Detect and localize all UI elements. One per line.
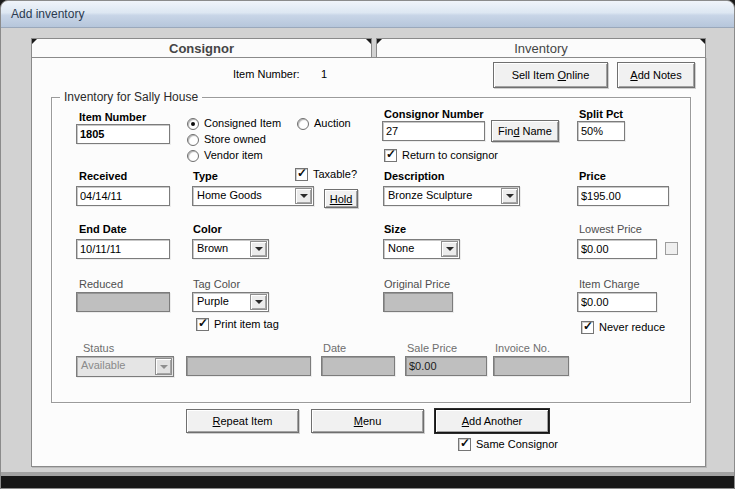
item-number-readout-label: Item Number: xyxy=(233,68,300,80)
description-label: Description xyxy=(384,170,445,182)
group-box-title: Inventory for Sally House xyxy=(60,90,202,104)
type-label: Type xyxy=(193,170,218,182)
item-number-label: Item Number xyxy=(79,111,146,123)
lowest-price-lock-checkbox: ✓ xyxy=(665,242,678,255)
print-item-tag-checkbox[interactable]: ✓ xyxy=(196,318,209,331)
sell-item-online-button[interactable]: Sell Item Online xyxy=(493,62,608,88)
never-reduce-label: Never reduce xyxy=(599,321,665,333)
item-charge-label: Item Charge xyxy=(579,278,640,290)
color-label: Color xyxy=(193,223,222,235)
status-dropdown: Available xyxy=(76,356,174,377)
taxable-checkbox[interactable]: ✓ xyxy=(295,168,308,181)
hold-button[interactable]: Hold xyxy=(324,189,358,208)
type-dropdown[interactable]: Home Goods xyxy=(192,186,314,206)
auction-radio[interactable] xyxy=(297,118,309,130)
window-title: Add inventory xyxy=(11,7,84,21)
add-notes-button[interactable]: Add Notes xyxy=(617,62,695,88)
status-detail-input xyxy=(186,356,311,376)
item-number-readout-value: 1 xyxy=(321,68,327,80)
size-dropdown-arrow-icon[interactable] xyxy=(441,241,458,257)
consignor-number-input[interactable] xyxy=(382,121,485,141)
reduced-label: Reduced xyxy=(79,278,123,290)
original-price-label: Original Price xyxy=(384,278,450,290)
item-number-input[interactable] xyxy=(76,124,170,144)
end-date-input[interactable] xyxy=(76,239,170,259)
print-item-tag-label: Print item tag xyxy=(214,318,279,330)
tag-color-dropdown[interactable]: Purple xyxy=(192,292,269,312)
tab-consignor[interactable]: Consignor xyxy=(31,38,372,58)
menu-button[interactable]: Menu xyxy=(311,409,424,433)
status-dropdown-arrow-icon xyxy=(155,358,172,375)
lowest-price-label: Lowest Price xyxy=(579,223,642,235)
type-dropdown-arrow-icon[interactable] xyxy=(295,188,312,204)
tab-inventory-label: Inventory xyxy=(514,41,567,56)
consigned-item-radio-label: Consigned Item xyxy=(204,117,281,129)
lowest-price-input[interactable] xyxy=(577,239,657,259)
status-label: Status xyxy=(83,342,114,354)
vendor-item-radio-label: Vendor item xyxy=(204,149,263,161)
add-another-button[interactable]: Add Another xyxy=(435,409,549,433)
find-name-button[interactable]: Find Name xyxy=(491,120,559,142)
description-dropdown[interactable]: Bronze Sculpture xyxy=(383,186,520,206)
date-label: Date xyxy=(323,342,346,354)
taxable-label: Taxable? xyxy=(313,168,357,180)
same-consignor-label: Same Consignor xyxy=(476,438,558,450)
split-pct-label: Split Pct xyxy=(579,108,623,120)
return-to-consignor-label: Return to consignor xyxy=(402,149,498,161)
tab-consignor-label: Consignor xyxy=(169,41,234,56)
color-dropdown[interactable]: Brown xyxy=(192,239,269,259)
add-inventory-window: Add inventory Consignor Inventory Item N… xyxy=(0,0,735,489)
tab-inventory[interactable]: Inventory xyxy=(376,38,706,58)
store-owned-radio[interactable] xyxy=(187,134,199,146)
sale-price-label: Sale Price xyxy=(407,342,457,354)
window-bottom-shadow xyxy=(1,476,734,488)
same-consignor-checkbox[interactable]: ✓ xyxy=(458,438,471,451)
price-label: Price xyxy=(579,170,606,182)
auction-radio-label: Auction xyxy=(314,117,351,129)
return-to-consignor-checkbox[interactable]: ✓ xyxy=(384,149,397,162)
received-input[interactable] xyxy=(76,186,170,206)
tag-color-dropdown-arrow-icon[interactable] xyxy=(250,294,267,310)
store-owned-radio-label: Store owned xyxy=(204,133,266,145)
consignor-number-label: Consignor Number xyxy=(384,108,484,120)
color-dropdown-arrow-icon[interactable] xyxy=(250,241,267,257)
invoice-no-label: Invoice No. xyxy=(495,342,550,354)
end-date-label: End Date xyxy=(79,223,127,235)
reduced-input xyxy=(76,292,170,312)
description-dropdown-arrow-icon[interactable] xyxy=(501,188,518,204)
never-reduce-checkbox[interactable]: ✓ xyxy=(581,321,594,334)
title-bar[interactable]: Add inventory xyxy=(1,1,734,28)
size-label: Size xyxy=(384,223,406,235)
split-pct-input[interactable] xyxy=(577,121,625,141)
tag-color-label: Tag Color xyxy=(193,278,240,290)
sale-price-input xyxy=(405,356,487,376)
date-input xyxy=(321,356,395,376)
price-input[interactable] xyxy=(577,186,669,206)
consigned-item-radio[interactable] xyxy=(187,118,199,130)
size-dropdown[interactable]: None xyxy=(383,239,460,259)
invoice-no-input xyxy=(493,356,569,376)
repeat-item-button[interactable]: Repeat Item xyxy=(186,409,299,433)
received-label: Received xyxy=(79,170,127,182)
item-charge-input[interactable] xyxy=(577,292,657,312)
vendor-item-radio[interactable] xyxy=(187,150,199,162)
original-price-input xyxy=(383,292,453,312)
